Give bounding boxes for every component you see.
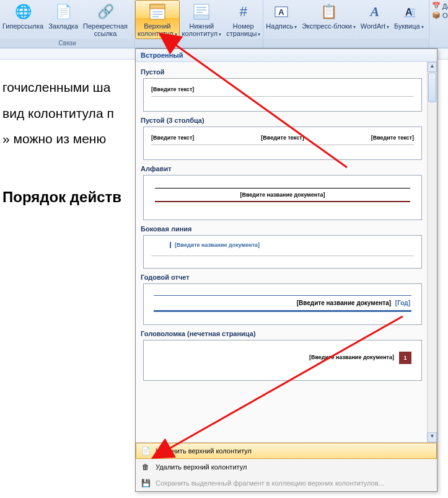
dropcap-button[interactable]: A Буквица▾ [392,0,426,39]
group-hf-label [135,39,263,48]
doc-heading: Порядок действ [2,185,135,209]
globe-icon: 🌐 [13,2,33,22]
chevron-down-icon: ▾ [353,24,356,30]
doc-line-3: » можно из меню [2,128,135,149]
dropcap-label: Буквица▾ [394,22,424,31]
chevron-down-icon: ▾ [387,24,389,30]
remove-header-text: Удалить верхний колонтитул [156,463,247,471]
save-selection-menu-item: 💾 Сохранить выделенный фрагмент в коллек… [136,475,437,491]
item-empty3-label: Пустой (3 столбца) [141,117,426,124]
item-empty-label: Пустой [141,68,426,76]
item-sideline-label: Боковая линия [141,225,426,233]
header-button[interactable]: Верхний колонтитул▾ [135,0,180,39]
chevron-down-icon: ▾ [421,24,424,30]
bookmark-icon: 📄 [53,2,73,22]
wordart-button[interactable]: A WordArt▾ [358,0,392,39]
svg-rect-6 [194,15,209,19]
date-button[interactable]: 📅Да [431,1,447,11]
quickparts-icon: 📋 [318,2,338,22]
bookmark-label: Закладка [48,22,78,30]
item-empty-preview[interactable]: [Введите текст] [143,78,422,112]
scroll-up-icon[interactable]: ▲ [428,62,437,72]
gallery-footer: 📄 Изменить верхний колонтитул 🗑 Удалить … [136,442,437,491]
remove-header-icon: 🗑 [141,462,151,472]
textbox-icon: A [271,2,291,22]
wordart-icon: A [365,2,385,22]
textbox-label: Надпись▾ [266,22,297,31]
scroll-down-icon[interactable]: ▼ [428,432,437,442]
group-headerfooter: Верхний колонтитул▾ Нижний колонтитул▾ #… [135,0,263,48]
edit-header-menu-item[interactable]: 📄 Изменить верхний колонтитул [136,443,437,459]
chevron-down-icon: ▾ [258,32,260,37]
group-text: A Надпись▾ 📋 Экспресс-блоки▾ A WordArt▾ … [263,0,429,48]
item-sideline-preview[interactable]: [Введите название документа] [143,235,422,269]
save-selection-text: Сохранить выделенный фрагмент в коллекци… [156,479,384,487]
svg-text:A: A [279,7,285,17]
group-right: 📅Да 📦Об [429,0,448,48]
gallery-scrollbar[interactable]: ▲ ▼ [427,62,437,442]
pagenum-button[interactable]: # Номер страницы▾ [224,0,263,39]
object-button[interactable]: 📦Об [431,11,447,20]
ribbon: 🌐 Гиперссылка 📄 Закладка 🔗 Перекрестная … [0,0,448,48]
footer-icon [191,2,211,22]
hash-icon: # [234,2,253,22]
chevron-down-icon: ▾ [219,32,221,37]
crossref-button[interactable]: 🔗 Перекрестная ссылка [81,0,130,39]
bookmark-button[interactable]: 📄 Закладка [46,0,81,39]
header-label: Верхний колонтитул▾ [138,22,177,38]
item-empty3-preview[interactable]: [Введите текст] [Введите текст] [Введите… [143,127,422,160]
footer-button[interactable]: Нижний колонтитул▾ [180,0,224,39]
footer-label: Нижний колонтитул▾ [182,22,222,38]
item-alphabet-label: Алфавит [141,165,426,172]
textbox-button[interactable]: A Надпись▾ [263,0,299,39]
scroll-thumb[interactable] [428,73,436,102]
item-annual-preview[interactable]: [Введите название документа] [Год] [143,283,422,325]
quickparts-button[interactable]: 📋 Экспресс-блоки▾ [299,0,358,39]
doc-line-2: вид колонтитула п [2,103,135,124]
hyperlink-button[interactable]: 🌐 Гиперссылка [0,0,46,39]
remove-header-menu-item[interactable]: 🗑 Удалить верхний колонтитул [136,459,437,475]
crossref-label: Перекрестная ссылка [83,22,128,37]
item-puzzle-label: Головоломка (нечетная страница) [141,330,426,337]
svg-rect-1 [150,4,165,9]
item-puzzle-preview[interactable]: [Введите название документа]1 [143,340,422,381]
group-text-label [263,39,429,48]
hyperlink-label: Гиперссылка [2,22,43,30]
item-alphabet-preview[interactable]: [Введите название документа] [143,175,422,220]
object-icon: 📦 [432,11,441,19]
pagenum-label: Номер страницы▾ [226,22,260,38]
gallery-body: Пустой [Введите текст] Пустой (3 столбца… [136,62,437,442]
group-links-label: Связи [0,39,134,48]
gallery-section-header: Встроенный [136,49,437,62]
doc-line-1: гочисленными ша [2,77,135,98]
header-gallery-dropdown: Встроенный Пустой [Введите текст] Пустой… [135,48,437,492]
group-links: 🌐 Гиперссылка 📄 Закладка 🔗 Перекрестная … [0,0,135,48]
document-body[interactable]: гочисленными ша вид колонтитула п » можн… [0,60,135,498]
item-annual-label: Годовой отчет [141,273,426,281]
chevron-down-icon: ▾ [175,32,177,37]
crossref-icon: 🔗 [95,2,115,22]
dropcap-icon: A [399,2,419,22]
quickparts-label: Экспресс-блоки▾ [302,22,356,31]
wordart-label: WordArt▾ [361,22,389,31]
date-icon: 📅 [432,2,441,10]
header-icon [147,2,167,22]
edit-header-text: Изменить верхний колонтитул [156,447,252,455]
save-selection-icon: 💾 [141,478,151,488]
chevron-down-icon: ▾ [294,24,297,30]
edit-header-icon: 📄 [141,446,151,456]
